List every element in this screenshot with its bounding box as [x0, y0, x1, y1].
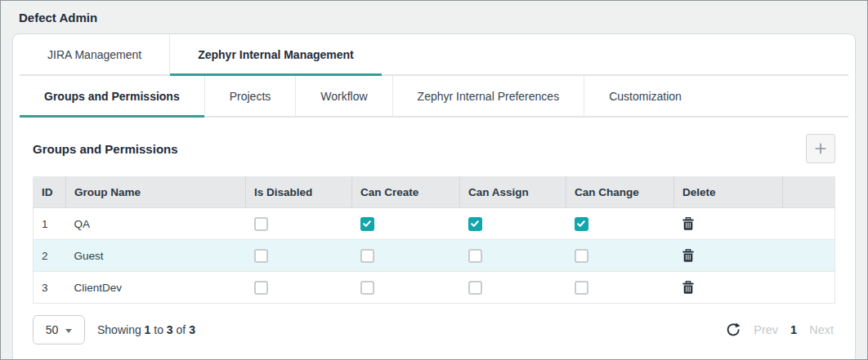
checkbox-can-assign[interactable]	[468, 217, 482, 231]
showing-of-word: of	[177, 323, 186, 336]
admin-card: JIRA ManagementZephyr Internal Managemen…	[12, 33, 856, 360]
tab-workflow[interactable]: Workflow	[295, 76, 391, 116]
pagination-prev[interactable]: Prev	[754, 323, 778, 336]
tab-jira-management[interactable]: JIRA Management	[20, 34, 169, 74]
cell-delete	[674, 208, 783, 240]
delete-button[interactable]	[682, 249, 694, 262]
checkbox-is-disabled[interactable]	[254, 217, 268, 231]
checkbox-can-change[interactable]	[575, 217, 588, 231]
cell-can-create	[352, 208, 460, 240]
delete-button[interactable]	[682, 281, 694, 294]
column-header-can-create: Can Create	[352, 177, 460, 208]
pagination-current-page[interactable]: 1	[790, 323, 797, 336]
cell-id: 3	[34, 272, 66, 304]
cell-is-disabled	[246, 240, 352, 272]
page-size-value: 50	[46, 323, 59, 336]
tab-projects[interactable]: Projects	[204, 76, 296, 116]
showing-summary: Showing 1 to 3 of 3	[97, 323, 195, 336]
sub-tab-bar: Groups and PermissionsProjectsWorkflowZe…	[20, 76, 848, 118]
groups-table-container: IDGroup NameIs DisabledCan CreateCan Ass…	[33, 176, 835, 304]
trash-icon	[682, 281, 694, 294]
tab-zephyr-internal-preferences[interactable]: Zephyr Internal Preferences	[392, 76, 584, 116]
groups-table: IDGroup NameIs DisabledCan CreateCan Ass…	[33, 176, 835, 304]
table-header-row: IDGroup NameIs DisabledCan CreateCan Ass…	[34, 177, 835, 208]
tab-customization[interactable]: Customization	[584, 76, 706, 116]
cell-can-create	[352, 272, 460, 304]
checkbox-can-change[interactable]	[575, 281, 588, 295]
cell-can-change	[566, 208, 674, 240]
chevron-down-icon	[65, 329, 72, 333]
cell-id: 1	[34, 208, 66, 240]
cell-group-name: Guest	[66, 240, 246, 272]
cell-id: 2	[34, 240, 66, 272]
cell-group-name: ClientDev	[66, 272, 246, 304]
table-footer: 50 Showing 1 to 3 of 3 Prev 1	[33, 315, 835, 344]
column-header-group-name: Group Name	[66, 177, 246, 208]
checkbox-can-assign[interactable]	[468, 249, 482, 263]
table-row-clientdev: 3ClientDev	[34, 272, 835, 304]
checkbox-is-disabled[interactable]	[254, 249, 268, 263]
page-header: Defect Admin	[1, 1, 867, 33]
cell-is-disabled	[246, 208, 352, 240]
cell-group-name: QA	[66, 208, 246, 240]
column-header-can-change: Can Change	[566, 177, 674, 208]
column-header-empty	[783, 177, 835, 208]
cell-delete	[674, 240, 783, 272]
pagination-controls: Prev 1 Next	[725, 322, 835, 338]
pagination-next[interactable]: Next	[809, 323, 834, 336]
tab-groups-and-permissions[interactable]: Groups and Permissions	[20, 76, 204, 116]
checkbox-can-assign[interactable]	[468, 281, 482, 295]
column-header-is-disabled: Is Disabled	[246, 177, 352, 208]
showing-to: 3	[167, 323, 173, 336]
table-row-qa: 1QA	[34, 208, 835, 240]
column-header-can-assign: Can Assign	[460, 177, 566, 208]
cell-empty	[783, 240, 835, 272]
section-title: Groups and Permissions	[33, 142, 178, 156]
cell-can-change	[566, 240, 674, 272]
cell-can-assign	[460, 272, 566, 304]
checkbox-can-change[interactable]	[575, 249, 588, 263]
checkbox-is-disabled[interactable]	[254, 281, 268, 295]
delete-button[interactable]	[682, 217, 694, 230]
cell-can-change	[566, 272, 674, 304]
column-header-delete: Delete	[674, 177, 783, 208]
checkbox-can-create[interactable]	[360, 217, 374, 231]
section-header: Groups and Permissions	[13, 118, 855, 176]
refresh-icon[interactable]	[725, 322, 741, 338]
column-header-id: ID	[34, 177, 66, 208]
cell-can-assign	[460, 208, 566, 240]
checkbox-can-create[interactable]	[360, 249, 374, 263]
plus-icon	[813, 141, 828, 156]
showing-total: 3	[189, 323, 195, 336]
tab-zephyr-internal-management[interactable]: Zephyr Internal Management	[169, 34, 382, 74]
cell-delete	[674, 272, 783, 304]
trash-icon	[682, 249, 694, 262]
trash-icon	[682, 217, 694, 230]
showing-from: 1	[145, 323, 151, 336]
defect-admin-screen: Defect Admin JIRA ManagementZephyr Inter…	[0, 0, 868, 360]
showing-to-word: to	[154, 323, 163, 336]
cell-is-disabled	[246, 272, 352, 304]
table-row-guest: 2Guest	[34, 240, 835, 272]
showing-prefix: Showing	[97, 323, 141, 336]
checkbox-can-create[interactable]	[360, 281, 374, 295]
cell-empty	[783, 272, 835, 304]
add-group-button[interactable]	[806, 134, 835, 163]
cell-empty	[783, 208, 835, 240]
cell-can-assign	[460, 240, 566, 272]
page-title: Defect Admin	[19, 11, 97, 24]
main-tab-bar: JIRA ManagementZephyr Internal Managemen…	[20, 34, 848, 76]
page-size-select[interactable]: 50	[33, 315, 85, 344]
cell-can-create	[352, 240, 460, 272]
